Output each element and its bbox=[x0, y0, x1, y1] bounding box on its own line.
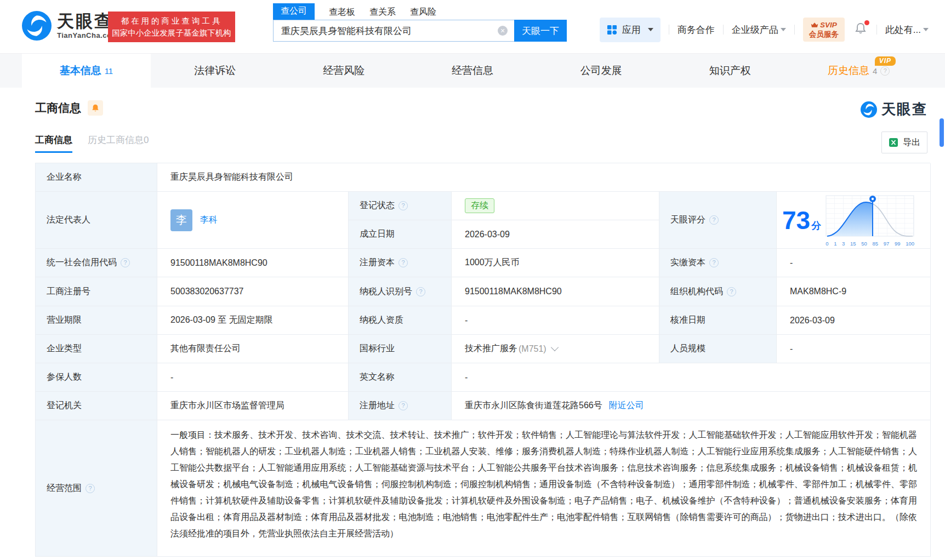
apps-label: 应用 bbox=[622, 24, 641, 36]
score-number: 73分 bbox=[782, 208, 821, 233]
label-tyc-score: 天眼评分 bbox=[659, 192, 777, 249]
tab-history-info[interactable]: VIP 历史信息 4 bbox=[794, 54, 923, 88]
subtab-history-business-info[interactable]: 历史工商信息0 bbox=[88, 134, 149, 153]
help-icon[interactable] bbox=[121, 258, 130, 267]
excel-icon bbox=[889, 138, 898, 147]
help-icon[interactable] bbox=[709, 215, 719, 225]
tab-operating-risk[interactable]: 经营风险 bbox=[280, 54, 408, 88]
search-tab-relation[interactable]: 查关系 bbox=[369, 7, 396, 20]
promo-line1: 都在用的商业查询工具 bbox=[121, 15, 223, 27]
help-icon[interactable] bbox=[399, 401, 408, 410]
help-icon[interactable] bbox=[399, 201, 408, 210]
search-input[interactable] bbox=[273, 20, 514, 42]
tab-label: 经营信息 bbox=[452, 64, 493, 78]
value-registered-address: 重庆市永川区陈食街道莲花路566号 附近公司 bbox=[452, 392, 931, 420]
tab-operating-info[interactable]: 经营信息 bbox=[408, 54, 537, 88]
promo-banner: 都在用的商业查询工具 国家中小企业发展子基金旗下机构 bbox=[108, 12, 235, 42]
help-icon[interactable] bbox=[399, 258, 408, 267]
value-registration-status: 存续 bbox=[452, 192, 659, 220]
notifications-bell[interactable] bbox=[854, 21, 867, 38]
chevron-down-icon bbox=[923, 28, 929, 31]
notification-dot bbox=[864, 20, 869, 25]
tab-intellectual-property[interactable]: 知识产权 bbox=[665, 54, 794, 88]
header: 天眼查 TianYanCha.com 都在用的商业查询工具 国家中小企业发展子基… bbox=[0, 0, 945, 53]
search-tab-boss[interactable]: 查老板 bbox=[329, 7, 355, 20]
export-button[interactable]: 导出 bbox=[881, 132, 927, 153]
avatar[interactable]: 李 bbox=[170, 209, 192, 231]
watermark-text: 天眼查 bbox=[881, 100, 927, 119]
help-icon[interactable] bbox=[727, 287, 736, 296]
tab-company-development[interactable]: 公司发展 bbox=[537, 54, 665, 88]
chevron-down-icon[interactable] bbox=[551, 344, 559, 351]
value-taxpayer-quality: - bbox=[452, 306, 659, 335]
label-credit-code: 统一社会信用代码 bbox=[36, 249, 157, 277]
label-company-type: 企业类型 bbox=[36, 335, 157, 363]
nearby-companies-link[interactable]: 附近公司 bbox=[609, 400, 644, 412]
industry-code: (M751) bbox=[519, 344, 546, 354]
legal-representative-link[interactable]: 李科 bbox=[200, 214, 218, 226]
value-company-name: 重庆昊辰具身智能科技有限公司 bbox=[157, 163, 931, 192]
enterprise-label: 企业级产品 bbox=[732, 24, 778, 36]
subtab-business-info[interactable]: 工商信息 bbox=[35, 134, 72, 153]
header-nav: 应用 商务合作 企业级产品 SVIP 会员服务 bbox=[600, 16, 929, 43]
section-header: 工商信息 bbox=[35, 100, 103, 116]
help-icon[interactable] bbox=[709, 258, 719, 267]
divider bbox=[794, 25, 795, 35]
search-area: 查公司 查老板 查关系 查风险 天眼一下 bbox=[273, 4, 567, 42]
svip-sublabel: 会员服务 bbox=[809, 30, 839, 39]
tab-label: 基本信息 bbox=[60, 64, 101, 78]
tab-basic-info[interactable]: 基本信息 11 bbox=[22, 54, 151, 88]
nav-enterprise-products[interactable]: 企业级产品 bbox=[732, 24, 786, 36]
label-taxpayer-quality: 纳税人资质 bbox=[349, 306, 452, 335]
monitor-bell-button[interactable] bbox=[88, 100, 103, 116]
help-icon[interactable] bbox=[416, 287, 425, 296]
tab-label: 知识产权 bbox=[709, 64, 751, 78]
value-industry[interactable]: 技术推广服务 (M751) bbox=[452, 335, 659, 363]
value-organization-code: MAK8M8HC-9 bbox=[777, 277, 931, 306]
value-paid-capital: - bbox=[777, 249, 931, 277]
label-business-term: 营业期限 bbox=[36, 306, 157, 335]
bell-icon bbox=[91, 104, 100, 113]
nav-business-cooperation[interactable]: 商务合作 bbox=[678, 24, 715, 36]
tianyancha-logo-icon bbox=[861, 101, 877, 118]
site-logo[interactable]: 天眼查 TianYanCha.com bbox=[22, 11, 118, 41]
value-credit-code: 91500118MAK8M8HC90 bbox=[157, 249, 349, 277]
tab-count: 11 bbox=[105, 66, 113, 76]
label-organization-code: 组织机构代码 bbox=[659, 277, 777, 306]
label-registration-authority: 登记机关 bbox=[36, 392, 157, 420]
search-tab-company[interactable]: 查公司 bbox=[273, 3, 315, 20]
score-distribution-chart: 0131550859799100 bbox=[826, 193, 914, 247]
scrollbar-thumb[interactable] bbox=[940, 118, 944, 147]
search-tab-risk[interactable]: 查风险 bbox=[410, 7, 436, 20]
value-staff-size: - bbox=[777, 335, 931, 363]
clear-icon[interactable] bbox=[498, 26, 508, 36]
search-button[interactable]: 天眼一下 bbox=[514, 20, 567, 42]
help-icon[interactable] bbox=[880, 66, 890, 76]
label-staff-size: 人员规模 bbox=[659, 335, 777, 363]
value-registration-number: 500383020637737 bbox=[157, 277, 349, 306]
section-title: 工商信息 bbox=[35, 100, 81, 116]
divider bbox=[876, 25, 877, 35]
section-subtabs: 工商信息 历史工商信息0 bbox=[35, 134, 149, 153]
promo-line2: 国家中小企业发展子基金旗下机构 bbox=[112, 27, 231, 39]
business-info-table: 企业名称 重庆昊辰具身智能科技有限公司 法定代表人 李 李科 登记状态 存续 成… bbox=[35, 163, 930, 557]
svip-member-button[interactable]: SVIP 会员服务 bbox=[803, 18, 845, 42]
value-registered-capital: 1000万人民币 bbox=[452, 249, 659, 277]
user-menu[interactable]: 此处有... bbox=[885, 24, 929, 36]
label-approval-date: 核准日期 bbox=[659, 306, 777, 335]
value-tyc-score[interactable]: 73分 bbox=[777, 192, 931, 249]
apps-menu[interactable]: 应用 bbox=[600, 18, 661, 42]
score-axis-labels: 0131550859799100 bbox=[826, 241, 914, 247]
value-establish-date: 2026-03-09 bbox=[452, 220, 659, 249]
help-icon[interactable] bbox=[86, 484, 95, 493]
label-legal-representative: 法定代表人 bbox=[36, 192, 157, 249]
label-establish-date: 成立日期 bbox=[349, 220, 452, 249]
vip-badge: VIP bbox=[875, 56, 896, 66]
status-badge: 存续 bbox=[465, 198, 494, 213]
tab-label: 公司发展 bbox=[580, 64, 622, 78]
chevron-down-icon bbox=[781, 28, 786, 31]
export-label: 导出 bbox=[903, 137, 920, 148]
tab-legal-litigation[interactable]: 法律诉讼 bbox=[151, 54, 280, 88]
value-legal-representative: 李 李科 bbox=[157, 192, 349, 249]
value-registration-authority: 重庆市永川区市场监督管理局 bbox=[157, 392, 349, 420]
